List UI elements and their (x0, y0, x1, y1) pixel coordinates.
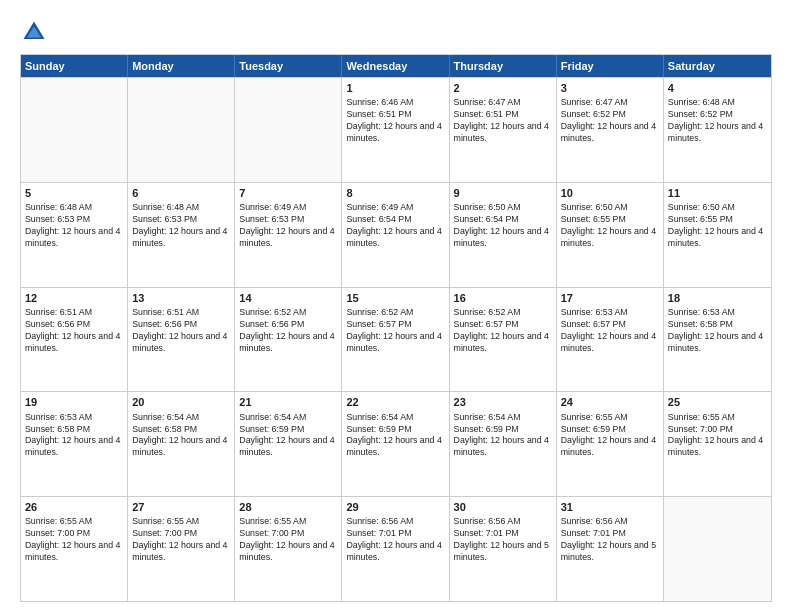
calendar-body: 1Sunrise: 6:46 AMSunset: 6:51 PMDaylight… (21, 77, 771, 601)
day-number: 7 (239, 186, 337, 200)
day-number: 31 (561, 500, 659, 514)
day-info: Sunrise: 6:49 AMSunset: 6:54 PMDaylight:… (346, 202, 444, 250)
calendar-day-cell (21, 78, 128, 182)
calendar-day-cell: 5Sunrise: 6:48 AMSunset: 6:53 PMDaylight… (21, 183, 128, 287)
calendar-day-cell: 15Sunrise: 6:52 AMSunset: 6:57 PMDayligh… (342, 288, 449, 392)
day-number: 21 (239, 395, 337, 409)
calendar-day-cell: 25Sunrise: 6:55 AMSunset: 7:00 PMDayligh… (664, 392, 771, 496)
calendar-header-cell: Sunday (21, 55, 128, 77)
calendar-day-cell: 29Sunrise: 6:56 AMSunset: 7:01 PMDayligh… (342, 497, 449, 601)
day-number: 1 (346, 81, 444, 95)
calendar-day-cell: 10Sunrise: 6:50 AMSunset: 6:55 PMDayligh… (557, 183, 664, 287)
day-number: 27 (132, 500, 230, 514)
day-info: Sunrise: 6:56 AMSunset: 7:01 PMDaylight:… (454, 516, 552, 564)
day-number: 5 (25, 186, 123, 200)
day-number: 6 (132, 186, 230, 200)
day-info: Sunrise: 6:54 AMSunset: 6:58 PMDaylight:… (132, 412, 230, 460)
calendar-week-row: 12Sunrise: 6:51 AMSunset: 6:56 PMDayligh… (21, 287, 771, 392)
day-info: Sunrise: 6:56 AMSunset: 7:01 PMDaylight:… (561, 516, 659, 564)
day-info: Sunrise: 6:54 AMSunset: 6:59 PMDaylight:… (239, 412, 337, 460)
day-number: 8 (346, 186, 444, 200)
day-number: 14 (239, 291, 337, 305)
calendar-header-cell: Friday (557, 55, 664, 77)
calendar-day-cell: 27Sunrise: 6:55 AMSunset: 7:00 PMDayligh… (128, 497, 235, 601)
day-info: Sunrise: 6:52 AMSunset: 6:57 PMDaylight:… (454, 307, 552, 355)
day-info: Sunrise: 6:55 AMSunset: 7:00 PMDaylight:… (132, 516, 230, 564)
calendar-day-cell: 28Sunrise: 6:55 AMSunset: 7:00 PMDayligh… (235, 497, 342, 601)
calendar-header-cell: Monday (128, 55, 235, 77)
day-info: Sunrise: 6:51 AMSunset: 6:56 PMDaylight:… (132, 307, 230, 355)
day-number: 24 (561, 395, 659, 409)
day-number: 17 (561, 291, 659, 305)
calendar-day-cell: 19Sunrise: 6:53 AMSunset: 6:58 PMDayligh… (21, 392, 128, 496)
day-info: Sunrise: 6:55 AMSunset: 7:00 PMDaylight:… (668, 412, 767, 460)
calendar-day-cell: 30Sunrise: 6:56 AMSunset: 7:01 PMDayligh… (450, 497, 557, 601)
calendar-day-cell: 21Sunrise: 6:54 AMSunset: 6:59 PMDayligh… (235, 392, 342, 496)
day-number: 25 (668, 395, 767, 409)
calendar-day-cell: 6Sunrise: 6:48 AMSunset: 6:53 PMDaylight… (128, 183, 235, 287)
day-number: 3 (561, 81, 659, 95)
day-number: 30 (454, 500, 552, 514)
header (20, 18, 772, 46)
page: SundayMondayTuesdayWednesdayThursdayFrid… (0, 0, 792, 612)
calendar-week-row: 5Sunrise: 6:48 AMSunset: 6:53 PMDaylight… (21, 182, 771, 287)
calendar-day-cell: 14Sunrise: 6:52 AMSunset: 6:56 PMDayligh… (235, 288, 342, 392)
calendar-day-cell: 22Sunrise: 6:54 AMSunset: 6:59 PMDayligh… (342, 392, 449, 496)
day-info: Sunrise: 6:50 AMSunset: 6:54 PMDaylight:… (454, 202, 552, 250)
day-info: Sunrise: 6:50 AMSunset: 6:55 PMDaylight:… (668, 202, 767, 250)
day-info: Sunrise: 6:56 AMSunset: 7:01 PMDaylight:… (346, 516, 444, 564)
calendar-day-cell: 16Sunrise: 6:52 AMSunset: 6:57 PMDayligh… (450, 288, 557, 392)
day-info: Sunrise: 6:55 AMSunset: 6:59 PMDaylight:… (561, 412, 659, 460)
day-number: 20 (132, 395, 230, 409)
calendar-week-row: 1Sunrise: 6:46 AMSunset: 6:51 PMDaylight… (21, 77, 771, 182)
day-number: 23 (454, 395, 552, 409)
day-info: Sunrise: 6:48 AMSunset: 6:53 PMDaylight:… (132, 202, 230, 250)
calendar: SundayMondayTuesdayWednesdayThursdayFrid… (20, 54, 772, 602)
calendar-day-cell (664, 497, 771, 601)
day-info: Sunrise: 6:52 AMSunset: 6:56 PMDaylight:… (239, 307, 337, 355)
day-info: Sunrise: 6:53 AMSunset: 6:57 PMDaylight:… (561, 307, 659, 355)
day-number: 10 (561, 186, 659, 200)
day-info: Sunrise: 6:47 AMSunset: 6:51 PMDaylight:… (454, 97, 552, 145)
day-number: 4 (668, 81, 767, 95)
calendar-day-cell: 31Sunrise: 6:56 AMSunset: 7:01 PMDayligh… (557, 497, 664, 601)
day-number: 11 (668, 186, 767, 200)
day-number: 26 (25, 500, 123, 514)
calendar-week-row: 19Sunrise: 6:53 AMSunset: 6:58 PMDayligh… (21, 391, 771, 496)
calendar-day-cell: 12Sunrise: 6:51 AMSunset: 6:56 PMDayligh… (21, 288, 128, 392)
day-number: 12 (25, 291, 123, 305)
day-number: 15 (346, 291, 444, 305)
day-info: Sunrise: 6:55 AMSunset: 7:00 PMDaylight:… (239, 516, 337, 564)
calendar-day-cell: 9Sunrise: 6:50 AMSunset: 6:54 PMDaylight… (450, 183, 557, 287)
calendar-header-row: SundayMondayTuesdayWednesdayThursdayFrid… (21, 55, 771, 77)
day-info: Sunrise: 6:55 AMSunset: 7:00 PMDaylight:… (25, 516, 123, 564)
calendar-day-cell: 18Sunrise: 6:53 AMSunset: 6:58 PMDayligh… (664, 288, 771, 392)
calendar-day-cell: 26Sunrise: 6:55 AMSunset: 7:00 PMDayligh… (21, 497, 128, 601)
calendar-day-cell: 13Sunrise: 6:51 AMSunset: 6:56 PMDayligh… (128, 288, 235, 392)
calendar-day-cell: 7Sunrise: 6:49 AMSunset: 6:53 PMDaylight… (235, 183, 342, 287)
calendar-day-cell: 2Sunrise: 6:47 AMSunset: 6:51 PMDaylight… (450, 78, 557, 182)
calendar-day-cell: 8Sunrise: 6:49 AMSunset: 6:54 PMDaylight… (342, 183, 449, 287)
day-number: 13 (132, 291, 230, 305)
calendar-day-cell (235, 78, 342, 182)
calendar-day-cell: 17Sunrise: 6:53 AMSunset: 6:57 PMDayligh… (557, 288, 664, 392)
day-number: 18 (668, 291, 767, 305)
calendar-day-cell: 11Sunrise: 6:50 AMSunset: 6:55 PMDayligh… (664, 183, 771, 287)
calendar-day-cell: 23Sunrise: 6:54 AMSunset: 6:59 PMDayligh… (450, 392, 557, 496)
day-number: 9 (454, 186, 552, 200)
calendar-header-cell: Wednesday (342, 55, 449, 77)
logo-icon (20, 18, 48, 46)
day-number: 19 (25, 395, 123, 409)
day-info: Sunrise: 6:54 AMSunset: 6:59 PMDaylight:… (454, 412, 552, 460)
day-number: 22 (346, 395, 444, 409)
calendar-header-cell: Tuesday (235, 55, 342, 77)
day-info: Sunrise: 6:49 AMSunset: 6:53 PMDaylight:… (239, 202, 337, 250)
calendar-day-cell: 20Sunrise: 6:54 AMSunset: 6:58 PMDayligh… (128, 392, 235, 496)
calendar-day-cell: 3Sunrise: 6:47 AMSunset: 6:52 PMDaylight… (557, 78, 664, 182)
day-info: Sunrise: 6:48 AMSunset: 6:52 PMDaylight:… (668, 97, 767, 145)
day-info: Sunrise: 6:52 AMSunset: 6:57 PMDaylight:… (346, 307, 444, 355)
day-info: Sunrise: 6:51 AMSunset: 6:56 PMDaylight:… (25, 307, 123, 355)
day-number: 16 (454, 291, 552, 305)
calendar-day-cell: 1Sunrise: 6:46 AMSunset: 6:51 PMDaylight… (342, 78, 449, 182)
calendar-header-cell: Saturday (664, 55, 771, 77)
